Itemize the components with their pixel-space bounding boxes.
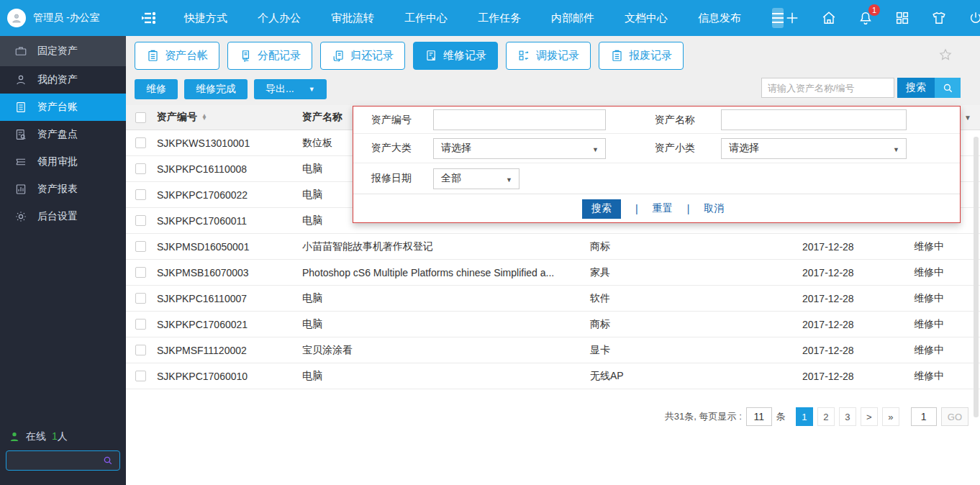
row-checkbox[interactable] xyxy=(135,137,146,148)
sidebar-item-backend-settings[interactable]: 后台设置 xyxy=(0,203,126,230)
cell-repair-date: 2017-12-28 xyxy=(799,371,910,382)
filter-panel: 资产编号 资产名称 资产大类 请选择▼ 资产小类 请选择▼ 报修日期 全部▼ 搜… xyxy=(353,106,961,223)
page-button-1[interactable]: 1 xyxy=(796,407,813,426)
table-row[interactable]: SJKPMSF11120002 宝贝涂涂看 显卡 2017-12-28 维修中 xyxy=(126,337,980,363)
nav-item-document-center[interactable]: 文档中心 xyxy=(609,12,683,25)
filter-minor-class-select[interactable]: 请选择▼ xyxy=(721,138,907,159)
row-checkbox[interactable] xyxy=(135,215,146,226)
notification-badge: 1 xyxy=(868,4,880,16)
vertical-scrollbar[interactable] xyxy=(974,137,979,417)
column-header-code[interactable]: 资产编号▲▼ xyxy=(155,111,299,124)
table-row[interactable]: SJKPKPC16110007 电脑 软件 2017-12-28 维修中 xyxy=(126,286,980,312)
tab-label: 分配记录 xyxy=(258,49,301,63)
sidebar-item-fixed-assets[interactable]: 固定资产 xyxy=(0,36,126,66)
tab-label: 维修记录 xyxy=(443,49,486,63)
filter-reset-button[interactable]: 重置 xyxy=(653,202,673,215)
search-loupe-button[interactable] xyxy=(935,78,961,98)
table-row[interactable]: SJKPKPC17060010 电脑 无线AP 2017-12-28 维修中 xyxy=(126,363,980,389)
chevron-down-icon: ▼ xyxy=(592,146,599,153)
filter-repair-date-select[interactable]: 全部▼ xyxy=(433,168,520,189)
online-person-icon xyxy=(9,431,20,443)
filter-major-class-select[interactable]: 请选择▼ xyxy=(433,138,606,159)
repair-button[interactable]: 维修 xyxy=(135,79,178,99)
row-checkbox[interactable] xyxy=(135,345,146,355)
sidebar-item-my-assets[interactable]: 我的资产 xyxy=(0,66,126,94)
page-last-button[interactable]: » xyxy=(882,407,899,426)
tab-label: 报废记录 xyxy=(629,49,672,63)
filter-search-button[interactable]: 搜索 xyxy=(582,199,621,219)
cell-asset-code: SJKPKWS13010001 xyxy=(155,137,299,149)
favorite-star-icon[interactable] xyxy=(938,47,953,62)
tab-return-records[interactable]: 归还记录 xyxy=(320,42,405,70)
row-checkbox[interactable] xyxy=(135,371,146,381)
hamburger-icon[interactable] xyxy=(772,8,784,28)
column-chooser-icon[interactable]: ▼ xyxy=(964,114,971,122)
online-count: 1人 xyxy=(52,430,68,443)
cell-status: 维修中 xyxy=(910,240,980,253)
cell-asset-name: 小苗苗智能故事机著作权登记 xyxy=(299,240,586,253)
cell-status: 维修中 xyxy=(910,344,980,357)
cell-asset-category: 商标 xyxy=(586,318,799,331)
cell-repair-date: 2017-12-28 xyxy=(799,345,910,356)
table-row[interactable]: SJKPKPC17060021 电脑 商标 2017-12-28 维修中 xyxy=(126,312,980,337)
tab-asset-ledger[interactable]: 资产台帐 xyxy=(135,42,219,70)
cell-asset-category: 无线AP xyxy=(586,370,799,383)
quick-search-button[interactable]: 搜索 xyxy=(897,78,935,98)
shirt-icon[interactable] xyxy=(930,9,948,27)
user-block[interactable]: 管理员 -办公室 xyxy=(0,9,126,27)
row-checkbox[interactable] xyxy=(135,241,146,252)
filter-label-minor-class: 资产小类 xyxy=(655,142,721,155)
collapse-menu-icon[interactable] xyxy=(139,9,158,27)
row-checkbox[interactable] xyxy=(135,293,146,304)
filter-name-input[interactable] xyxy=(721,109,907,130)
nav-item-shortcuts[interactable]: 快捷方式 xyxy=(169,12,242,25)
top-navigation: 快捷方式 个人办公 审批流转 工作中心 工作任务 内部邮件 文档中心 信息发布 xyxy=(169,12,756,25)
table-row[interactable]: SJKPMSD16050001 小苗苗智能故事机著作权登记 商标 2017-12… xyxy=(126,234,980,260)
sidebar-item-requisition-approval[interactable]: 领用审批 xyxy=(0,148,126,176)
sidebar-search xyxy=(6,450,120,471)
sidebar-item-asset-ledger[interactable]: 资产台账 xyxy=(0,94,126,121)
nav-item-approval-flow[interactable]: 审批流转 xyxy=(316,12,389,25)
repair-done-button[interactable]: 维修完成 xyxy=(184,79,248,99)
cell-asset-name: 电脑 xyxy=(299,318,586,331)
row-checkbox[interactable] xyxy=(135,163,146,174)
go-button[interactable]: GO xyxy=(941,407,968,426)
quick-search-input[interactable] xyxy=(761,78,894,98)
apps-grid-icon[interactable] xyxy=(894,9,911,27)
page-button-3[interactable]: 3 xyxy=(839,407,856,426)
row-checkbox[interactable] xyxy=(135,189,146,200)
bell-icon[interactable]: 1 xyxy=(857,9,874,27)
sort-icon[interactable]: ▲▼ xyxy=(201,114,207,121)
search-icon[interactable] xyxy=(102,455,114,466)
goto-page-input[interactable] xyxy=(911,407,937,426)
tab-scrap-records[interactable]: 报废记录 xyxy=(599,42,684,70)
sidebar-item-asset-inventory[interactable]: 资产盘点 xyxy=(0,121,126,148)
nav-item-info-publish[interactable]: 信息发布 xyxy=(683,12,756,25)
row-checkbox[interactable] xyxy=(135,319,146,330)
filter-cancel-button[interactable]: 取消 xyxy=(704,202,724,215)
tab-transfer-records[interactable]: 调拨记录 xyxy=(506,42,591,70)
sidebar-item-asset-reports[interactable]: 资产报表 xyxy=(0,176,126,203)
tab-allocation-records[interactable]: 分配记录 xyxy=(227,42,312,70)
filter-code-input[interactable] xyxy=(433,109,606,130)
nav-item-work-center[interactable]: 工作中心 xyxy=(389,12,463,25)
power-icon[interactable] xyxy=(967,9,980,27)
nav-item-personal-office[interactable]: 个人办公 xyxy=(242,12,316,25)
home-icon[interactable] xyxy=(820,9,838,27)
select-all-checkbox[interactable] xyxy=(135,112,146,123)
cell-status: 维修中 xyxy=(910,318,980,331)
table-row[interactable]: SJKPMSB16070003 Photoshop cS6 Multiple P… xyxy=(126,260,980,286)
cell-asset-category: 商标 xyxy=(586,240,799,253)
row-checkbox[interactable] xyxy=(135,267,146,278)
chevron-down-icon: ▼ xyxy=(893,146,899,153)
page-next-button[interactable]: > xyxy=(861,407,878,426)
page-button-2[interactable]: 2 xyxy=(817,407,835,426)
tab-repair-records[interactable]: 维修记录 xyxy=(413,42,498,70)
nav-item-work-tasks[interactable]: 工作任务 xyxy=(463,12,536,25)
plus-icon[interactable] xyxy=(784,9,801,27)
page-size-box[interactable]: 11 xyxy=(746,407,772,426)
gear-icon xyxy=(14,210,27,223)
cell-asset-code: SJKPMSF11120002 xyxy=(155,345,299,356)
nav-item-internal-mail[interactable]: 内部邮件 xyxy=(536,12,609,25)
export-button[interactable]: 导出...▼ xyxy=(254,79,327,99)
